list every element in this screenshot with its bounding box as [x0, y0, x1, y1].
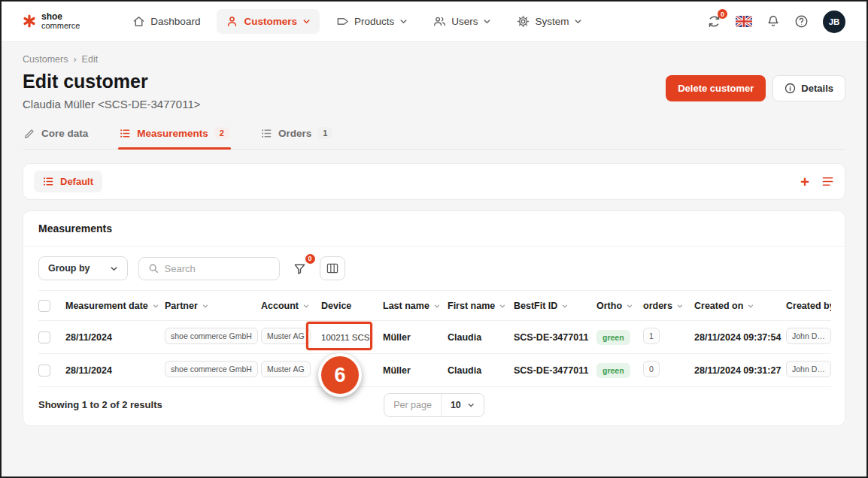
table-footer: Showing 1 to 2 of 2 results Per page 10	[23, 387, 845, 425]
chevron-down-icon	[399, 17, 408, 26]
sync-icon[interactable]: 0	[707, 14, 721, 29]
cell-created-on: 28/11/2024 09:37:54	[694, 321, 786, 354]
column-header-account[interactable]: Account	[261, 301, 321, 311]
cell-first-name: Claudia	[448, 321, 514, 354]
delete-customer-button[interactable]: Delete customer	[666, 75, 766, 101]
brand-logo[interactable]: shoe commerce	[23, 12, 80, 30]
cell-last-name: Müller	[383, 321, 448, 354]
per-page-select[interactable]: 10	[442, 394, 484, 416]
breadcrumb-customers[interactable]: Customers	[23, 54, 68, 65]
column-header-last-name[interactable]: Last name	[383, 301, 448, 311]
notifications-bell-icon[interactable]	[766, 14, 780, 29]
cell-bestfit-id: SCS-DE-3477011	[514, 321, 596, 354]
account-badge: Muster AG	[261, 361, 311, 377]
tab-bar: Core data Measurements 2	[23, 127, 845, 150]
tab-measurements[interactable]: Measurements 2	[118, 127, 231, 149]
breadcrumb: Customers › Edit	[23, 54, 845, 65]
nav-item-customers[interactable]: Customers	[217, 9, 320, 34]
chevron-down-icon	[110, 265, 118, 273]
page-subtitle: Claudia Müller <SCS-DE-3477011>	[23, 98, 666, 110]
pencil-icon	[24, 128, 35, 139]
cell-first-name: Claudia	[448, 354, 514, 387]
column-header-ortho[interactable]: Ortho	[596, 301, 643, 311]
search-box[interactable]	[138, 257, 280, 280]
nav-item-label: Dashboard	[150, 16, 200, 27]
group-by-select[interactable]: Group by	[38, 256, 128, 280]
row-checkbox[interactable]	[38, 365, 50, 377]
nav-item-users[interactable]: Users	[424, 9, 500, 34]
results-summary: Showing 1 to 2 of 2 results	[38, 399, 162, 410]
list-icon	[261, 128, 272, 139]
column-header-created-by[interactable]: Created by	[786, 301, 831, 311]
nav-item-dashboard[interactable]: Dashboard	[123, 9, 209, 34]
row-checkbox[interactable]	[38, 331, 50, 343]
measurements-table-wrap: Measurement date Partner Account Device …	[23, 290, 845, 387]
view-bar: Default +	[23, 163, 845, 200]
column-header-measurement-date[interactable]: Measurement date	[65, 301, 165, 311]
tab-measurements-badge: 2	[214, 127, 229, 139]
brand-text: shoe commerce	[41, 12, 80, 30]
users-icon	[433, 15, 446, 28]
page-content: Customers › Edit Edit customer Claudia M…	[2, 54, 866, 426]
nav-item-system[interactable]: System	[508, 9, 591, 34]
orders-count-badge: 1	[643, 328, 660, 344]
breadcrumb-edit[interactable]: Edit	[82, 54, 99, 65]
page-title: Edit customer	[23, 71, 666, 92]
table-row[interactable]: 28/11/2024 shoe commerce GmbH Muster AG …	[38, 354, 831, 387]
nav-item-products[interactable]: Products	[327, 9, 417, 34]
cell-date: 28/11/2024	[65, 354, 165, 387]
cell-device: 100211 SCS	[321, 333, 369, 342]
search-icon	[148, 263, 159, 274]
orders-count-badge: 0	[643, 361, 660, 377]
columns-icon[interactable]	[320, 256, 345, 280]
cell-date: 28/11/2024	[65, 321, 165, 354]
column-header-partner[interactable]: Partner	[165, 301, 261, 311]
ortho-status-badge: green	[596, 363, 630, 378]
column-header-bestfit-id[interactable]: BestFit ID	[514, 301, 596, 311]
nav-item-label: Products	[354, 16, 394, 27]
help-icon[interactable]	[794, 14, 809, 29]
list-icon	[43, 176, 54, 187]
gear-icon	[517, 15, 530, 28]
language-flag-icon[interactable]	[736, 16, 752, 27]
breadcrumb-separator: ›	[73, 54, 76, 65]
brand-icon	[23, 14, 36, 28]
per-page-label: Per page	[384, 394, 442, 416]
user-avatar[interactable]: JB	[823, 11, 845, 33]
column-header-first-name[interactable]: First name	[448, 301, 514, 311]
details-button[interactable]: Details	[772, 75, 845, 101]
tab-label: Orders	[278, 128, 311, 139]
annotation-step-circle: 6	[318, 353, 362, 397]
brand-line2: commerce	[41, 22, 80, 31]
tab-core-data[interactable]: Core data	[23, 127, 90, 149]
chevron-down-icon	[483, 17, 491, 26]
select-all-checkbox[interactable]	[38, 300, 50, 312]
measurements-title: Measurements	[23, 211, 845, 247]
created-by-badge: John Doe	[786, 361, 831, 377]
column-header-orders[interactable]: orders	[643, 301, 694, 311]
default-view-button[interactable]: Default	[34, 171, 102, 192]
partner-badge: shoe commerce GmbH	[165, 328, 258, 344]
default-view-label: Default	[60, 176, 93, 187]
partner-badge: shoe commerce GmbH	[165, 361, 258, 377]
per-page-value: 10	[451, 400, 461, 410]
filter-funnel-icon[interactable]: 0	[290, 259, 309, 278]
tab-orders[interactable]: Orders 1	[259, 127, 334, 149]
add-view-icon[interactable]: +	[800, 174, 809, 189]
ortho-status-badge: green	[596, 330, 630, 345]
nav-right-icons: 0	[707, 11, 845, 33]
measurements-panel: Measurements Group by	[23, 210, 845, 426]
group-by-label: Group by	[48, 263, 90, 274]
column-header-device[interactable]: Device	[321, 301, 383, 311]
search-input[interactable]	[165, 263, 270, 274]
column-header-created-on[interactable]: Created on	[694, 301, 786, 311]
app-window: shoe commerce Dashboard Customers	[0, 0, 868, 478]
views-stack-icon[interactable]	[821, 176, 834, 187]
page-header-actions: Delete customer Details	[666, 75, 845, 101]
details-label: Details	[801, 83, 833, 94]
table-row[interactable]: 28/11/2024 shoe commerce GmbH Muster AG …	[38, 321, 831, 354]
measurements-table: Measurement date Partner Account Device …	[38, 290, 831, 387]
page-header-left: Edit customer Claudia Müller <SCS-DE-347…	[23, 65, 666, 110]
nav-item-label: System	[535, 16, 569, 27]
chevron-down-icon	[467, 401, 475, 409]
